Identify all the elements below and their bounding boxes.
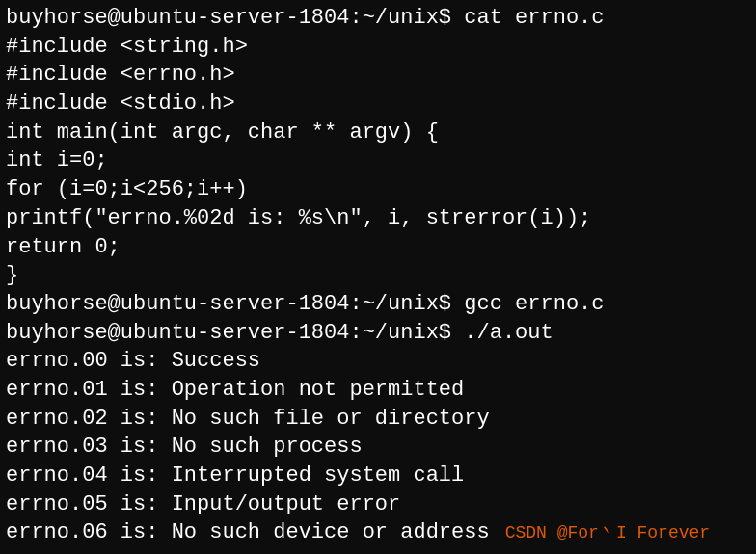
terminal-line-7: int i=0; (6, 146, 750, 175)
terminal-line-14: errno.00 is: Success (6, 347, 750, 376)
terminal-line-8: for (i=0;i<256;i++) (6, 175, 750, 204)
terminal-line-11: } (6, 261, 750, 290)
terminal-line-15: errno.01 is: Operation not permitted (6, 376, 750, 405)
terminal-line-20: errno.06 is: No such device or address C… (6, 518, 750, 547)
terminal-line-20-text: errno.06 is: No such device or address (6, 518, 490, 547)
terminal-line-3: #include <errno.h> (6, 61, 750, 90)
terminal-line-2: #include <string.h> (6, 33, 750, 62)
terminal-window: buyhorse@ubuntu-server-1804:~/unix$ cat … (0, 0, 756, 554)
terminal-line-6: int main(int argc, char ** argv) { (6, 119, 750, 147)
terminal-line-12: buyhorse@ubuntu-server-1804:~/unix$ gcc … (6, 290, 750, 319)
terminal-line-4: #include <stdio.h> (6, 90, 750, 119)
terminal-line-19: errno.05 is: Input/output error (6, 490, 750, 519)
terminal-line-18: errno.04 is: Interrupted system call (6, 462, 750, 490)
terminal-line-16: errno.02 is: No such file or directory (6, 405, 750, 434)
watermark-text: CSDN @For丶I Forever (505, 521, 710, 544)
terminal-line-13: buyhorse@ubuntu-server-1804:~/unix$ ./a.… (6, 319, 750, 348)
terminal-line-10: return 0; (6, 233, 750, 262)
terminal-line-9: printf("errno.%02d is: %s\n", i, strerro… (6, 204, 750, 233)
terminal-line-1: buyhorse@ubuntu-server-1804:~/unix$ cat … (6, 4, 750, 33)
terminal-line-17: errno.03 is: No such process (6, 433, 750, 462)
